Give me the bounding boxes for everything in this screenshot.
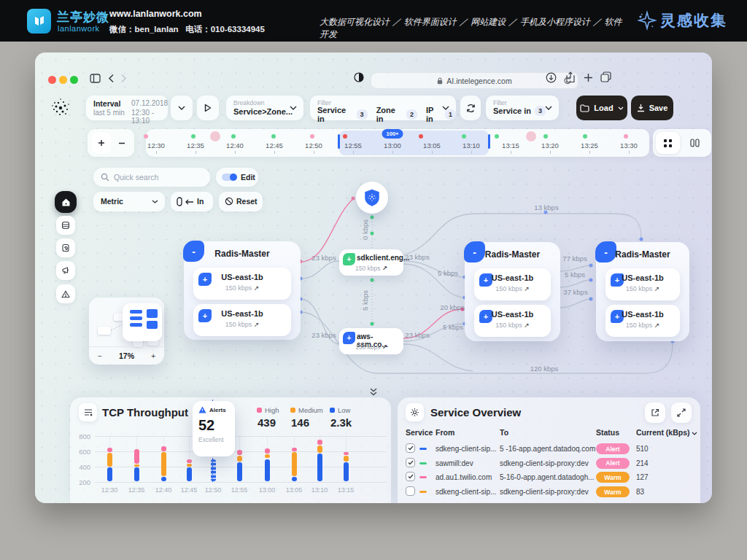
- x-axis-tick: 13:05: [286, 486, 303, 494]
- child-node[interactable]: +US-east-1b150 kbps ↗: [193, 268, 291, 300]
- bar-segment-low[interactable]: [237, 462, 242, 481]
- x-axis-tick: 13:15: [338, 486, 355, 494]
- bar-segment-high[interactable]: [134, 449, 139, 464]
- node-throughput: 150 kbps ↗: [605, 322, 680, 329]
- gateway-shield-node[interactable]: [356, 182, 388, 214]
- x-axis-tick: 12:55: [231, 486, 248, 494]
- service-node[interactable]: +aws-ssm.co...150 kbps ↗: [339, 328, 403, 354]
- x-axis-tick: 12:45: [181, 486, 198, 494]
- bar-segment-high[interactable]: [237, 450, 242, 455]
- status-badge: Alert: [596, 443, 630, 454]
- collapse-panel-button[interactable]: [368, 386, 379, 397]
- minimap-node: [98, 327, 111, 335]
- status-badge: Warm: [596, 486, 630, 497]
- group-node[interactable]: -Radis-Master+US-east-1b150 kbps ↗+US-ea…: [184, 241, 301, 340]
- child-node[interactable]: +US-east-1b150 kbps ↗: [474, 305, 551, 337]
- col-header-from[interactable]: From: [436, 428, 454, 437]
- service-overview-panel: Service Overview ServiceFromToStatusCurr…: [398, 397, 700, 503]
- child-node[interactable]: +US-east-1b150 kbps ↗: [193, 304, 291, 336]
- gridline: [95, 482, 387, 483]
- x-axis-tick: 12:30: [101, 486, 118, 494]
- table-row[interactable]: sdkeng-client-sip...sdkeng-client-sip-pr…: [398, 486, 700, 499]
- node-throughput: 150 kbps ↗: [474, 285, 551, 292]
- service-color-dash: [419, 448, 427, 450]
- table-row[interactable]: sdkeng-client-sip...5 -16-app.agent.data…: [398, 443, 700, 456]
- bar-segment-high[interactable]: [317, 440, 322, 444]
- col-header-service[interactable]: Service: [406, 428, 433, 437]
- bar-segment-medium[interactable]: [161, 452, 166, 476]
- gridline: [95, 436, 387, 437]
- group-node[interactable]: -Radis-Master+US-east-1b150 kbps ↗+US-ea…: [596, 242, 689, 341]
- legend-value: 2.3k: [330, 416, 352, 429]
- cell-current: 510: [636, 445, 649, 453]
- row-checkbox[interactable]: [406, 458, 415, 467]
- bar-segment-high[interactable]: [292, 448, 297, 451]
- col-header-current[interactable]: Current (kBps): [636, 428, 697, 437]
- cell-current: 214: [636, 459, 649, 467]
- expand-node-badge[interactable]: +: [343, 332, 355, 344]
- legend-swatch: [330, 408, 335, 413]
- minimap-viewport[interactable]: [123, 303, 162, 341]
- bar-segment-high[interactable]: [161, 446, 166, 451]
- bar-segment-medium[interactable]: [265, 454, 270, 458]
- row-checkbox[interactable]: [406, 472, 415, 481]
- edge-throughput-label: 5 kbps: [443, 323, 463, 331]
- bar-segment-low[interactable]: [134, 467, 139, 481]
- legend-swatch: [290, 408, 295, 413]
- group-title: Radis-Master: [596, 249, 689, 260]
- bar-segment-low[interactable]: [107, 467, 112, 481]
- edge-throughput-label: 13 kbps: [534, 203, 558, 211]
- table-row[interactable]: sawmill:devsdkeng-client-sip-proxy:devAl…: [398, 457, 700, 471]
- expand-node-badge[interactable]: +: [343, 253, 355, 265]
- bar-segment-high[interactable]: [344, 452, 349, 455]
- col-header-status[interactable]: Status: [596, 428, 619, 437]
- bar-segment-low[interactable]: [265, 459, 270, 482]
- node-throughput: 150 kbps ↗: [339, 265, 403, 272]
- tooltip-label: Alerts: [209, 407, 226, 413]
- bar-segment-low[interactable]: [187, 467, 192, 481]
- row-checkbox[interactable]: [406, 486, 415, 496]
- bar-segment-medium[interactable]: [187, 464, 192, 467]
- bar-segment-low[interactable]: [161, 477, 166, 481]
- bar-segment-medium[interactable]: [344, 456, 349, 461]
- bar-segment-high[interactable]: [187, 459, 192, 463]
- child-node[interactable]: +US-east-1b150 kbps ↗: [605, 268, 680, 300]
- bar-segment-high[interactable]: [265, 448, 270, 454]
- edge-throughput-label: 0 kbps: [361, 219, 369, 240]
- minimap-zoom-in[interactable]: +: [151, 352, 155, 360]
- promo-banner: 兰亭妙微 lanlanwork www.lanlanwork.com 微信：be…: [0, 0, 747, 42]
- y-axis-tick: 800: [74, 432, 90, 440]
- edge-throughput-label: 23 kbps: [405, 331, 429, 339]
- group-node[interactable]: -Radis-Master+US-east-1b150 kbps ↗+US-ea…: [465, 242, 560, 341]
- child-node[interactable]: +US-east-1b150 kbps ↗: [474, 268, 551, 300]
- bar-segment-low[interactable]: [344, 462, 349, 481]
- status-badge: Alert: [596, 458, 630, 469]
- bar-segment-medium[interactable]: [134, 464, 139, 467]
- bar-segment-medium[interactable]: [107, 453, 112, 467]
- col-header-to[interactable]: To: [500, 428, 508, 437]
- bar-segment-low[interactable]: [317, 454, 322, 481]
- bar-segment-medium[interactable]: [292, 452, 297, 476]
- node-throughput: 150 kbps ↗: [474, 322, 551, 329]
- table-row[interactable]: ad.au1.twilio.com5-16-0-app.agent.datado…: [398, 471, 700, 485]
- minimap[interactable]: − 17% +: [89, 298, 164, 365]
- bar-segment-medium[interactable]: [317, 446, 322, 454]
- bar-segment-high[interactable]: [107, 448, 112, 452]
- bar-segment-low[interactable]: [292, 477, 297, 481]
- row-checkbox[interactable]: [406, 443, 415, 453]
- status-badge: Warm: [596, 472, 630, 483]
- company-contact: 微信：ben_lanlan 电话：010-63334945: [109, 24, 265, 35]
- x-axis-tick: 13:10: [311, 486, 328, 494]
- service-color-dash: [419, 462, 427, 464]
- x-axis-tick: 12:50: [205, 486, 222, 494]
- check-icon: [408, 446, 414, 451]
- company-name: 兰亭妙微: [57, 9, 109, 26]
- service-node[interactable]: +sdkclient.eng...150 kbps ↗: [339, 249, 403, 276]
- bar-segment-low[interactable]: [211, 459, 216, 482]
- bar-segment-medium[interactable]: [237, 456, 242, 461]
- legend-value: 146: [291, 416, 309, 429]
- service-color-dash: [419, 491, 427, 493]
- legend-item-medium: Medium: [290, 406, 323, 414]
- minimap-zoom-out[interactable]: −: [98, 352, 102, 360]
- child-node[interactable]: +US-east-1b150 kbps ↗: [605, 305, 680, 337]
